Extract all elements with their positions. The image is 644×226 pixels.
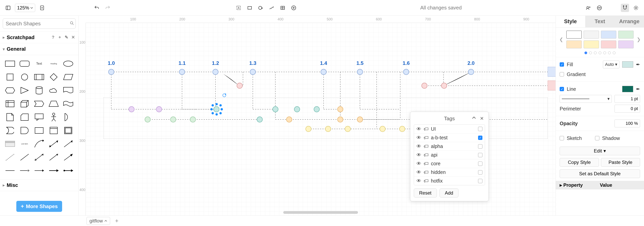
line-color-chip[interactable]: [622, 86, 633, 92]
paste-style-button[interactable]: Paste Style: [601, 158, 640, 167]
shadow-checkbox[interactable]: [595, 136, 600, 140]
shape-circle[interactable]: [18, 72, 31, 82]
shape-cylinder[interactable]: [33, 85, 45, 96]
sketch-checkbox[interactable]: [560, 136, 564, 140]
commit-node[interactable]: [170, 116, 176, 122]
tag-checkbox[interactable]: [478, 179, 482, 183]
shape-internal[interactable]: [4, 98, 16, 109]
commit-node[interactable]: [294, 106, 300, 112]
visibility-icon[interactable]: 👁: [416, 152, 421, 158]
more-shapes-button[interactable]: +More Shapes: [16, 201, 62, 212]
commit-node[interactable]: [250, 69, 256, 75]
theme-toggle-button[interactable]: [632, 4, 640, 12]
visibility-icon[interactable]: 👁: [416, 126, 421, 132]
text-tool-button[interactable]: A: [234, 4, 243, 12]
tag-icon[interactable]: 🏷: [424, 126, 428, 132]
selection-handle[interactable]: [212, 112, 214, 114]
tag-row[interactable]: 👁🏷core: [414, 159, 485, 168]
commit-node[interactable]: [320, 69, 326, 75]
tag-icon[interactable]: 🏷: [424, 170, 428, 175]
commit-node[interactable]: [108, 69, 114, 75]
edit-style-button[interactable]: Edit▾: [560, 146, 640, 155]
eyedropper-icon[interactable]: ✒: [636, 86, 640, 92]
swatch-prev-icon[interactable]: ❮: [558, 37, 564, 42]
shape-actor[interactable]: [48, 112, 60, 123]
tags-add-button[interactable]: Add: [440, 188, 458, 198]
tag-row[interactable]: 👁🏷UI: [414, 124, 485, 133]
eyedropper-icon[interactable]: ✒: [636, 62, 640, 68]
zoom-select[interactable]: 125%: [15, 4, 35, 12]
format-panel-toggle[interactable]: [621, 4, 629, 12]
shape-halfcircle[interactable]: [62, 112, 74, 123]
selection-handle[interactable]: [220, 108, 223, 110]
copy-style-button[interactable]: Copy Style: [560, 158, 599, 167]
visibility-icon[interactable]: 👁: [416, 170, 421, 175]
commit-node[interactable]: [357, 69, 363, 75]
canvas[interactable]: Main Hotfix Features 1.0 1.1 1.2 1.3 1.4…: [86, 23, 556, 216]
search-input[interactable]: [6, 21, 70, 27]
commit-node[interactable]: [337, 106, 343, 112]
shape-document[interactable]: [62, 85, 74, 96]
shape-container[interactable]: [48, 125, 60, 136]
tag-icon[interactable]: 🏷: [424, 161, 428, 166]
selection-handle[interactable]: [220, 112, 222, 114]
selection-handle[interactable]: [216, 113, 218, 116]
shape-conn3[interactable]: [33, 165, 45, 176]
commit-node-selected[interactable]: [214, 106, 220, 112]
shape-tape[interactable]: [62, 98, 74, 109]
general-header[interactable]: ▾ General: [0, 43, 78, 55]
tab-arrange[interactable]: Arrange: [614, 16, 644, 27]
tag-icon[interactable]: 🏷: [424, 135, 428, 140]
properties-header[interactable]: ▸ Property Value: [556, 181, 644, 190]
shape-callout[interactable]: [33, 112, 45, 123]
shape-open-arrow[interactable]: [48, 152, 60, 163]
shape-heading[interactable]: Heading: [48, 58, 60, 69]
selection-handle[interactable]: [210, 108, 213, 110]
commit-node[interactable]: [212, 69, 218, 75]
commit-node[interactable]: [286, 116, 292, 122]
tag-row[interactable]: 👁🏷hotfix: [414, 176, 485, 185]
tag-checkbox[interactable]: ✓: [478, 136, 482, 140]
shape-line[interactable]: [18, 152, 31, 163]
table-tool-button[interactable]: [278, 4, 287, 12]
tags-reset-button[interactable]: Reset: [414, 188, 437, 198]
freehand-tool-button[interactable]: [268, 4, 276, 12]
shape-roundrect[interactable]: [18, 58, 31, 69]
redo-button[interactable]: [104, 4, 112, 12]
shapes-search[interactable]: [3, 18, 76, 29]
swatch[interactable]: [566, 40, 582, 48]
shape-square[interactable]: [4, 72, 16, 82]
insert-button[interactable]: [290, 4, 298, 12]
swatch[interactable]: [601, 31, 616, 38]
commit-node[interactable]: [403, 69, 409, 75]
shape-trapezoid[interactable]: [48, 98, 60, 109]
gradient-checkbox[interactable]: [560, 72, 564, 76]
line-checkbox[interactable]: ✓: [560, 87, 564, 91]
set-default-style-button[interactable]: Set as Default Style: [560, 170, 640, 178]
tag-checkbox[interactable]: [478, 170, 482, 174]
scratchpad-header[interactable]: ▸ Scratchpad ? + ✎ ✕: [0, 32, 78, 43]
collapse-icon[interactable]: [472, 116, 476, 120]
commit-node[interactable]: [325, 126, 331, 132]
fill-checkbox[interactable]: ✓: [560, 62, 564, 66]
scratchpad-add-icon[interactable]: +: [57, 35, 62, 40]
selection-handle[interactable]: [216, 103, 218, 105]
close-icon[interactable]: ✕: [480, 116, 484, 121]
add-page-button[interactable]: +: [113, 217, 121, 225]
visibility-icon[interactable]: 👁: [416, 161, 421, 166]
tag-row[interactable]: 👁🏷hidden: [414, 168, 485, 176]
shape-hexagon[interactable]: [4, 85, 16, 96]
opacity-input[interactable]: [614, 120, 640, 127]
tag-checkbox[interactable]: [478, 153, 482, 157]
tab-style[interactable]: Style: [556, 16, 585, 27]
scratchpad-close-icon[interactable]: ✕: [70, 35, 76, 40]
scratchpad-edit-icon[interactable]: ✎: [64, 35, 69, 40]
shape-cloud[interactable]: [48, 85, 60, 96]
commit-node[interactable]: [128, 106, 134, 112]
shape-and[interactable]: [18, 125, 31, 136]
rotation-handle[interactable]: [222, 94, 226, 97]
swatch[interactable]: [618, 31, 634, 38]
swatch[interactable]: [584, 31, 599, 38]
swatch[interactable]: [566, 31, 582, 38]
tag-checkbox[interactable]: [478, 162, 482, 166]
